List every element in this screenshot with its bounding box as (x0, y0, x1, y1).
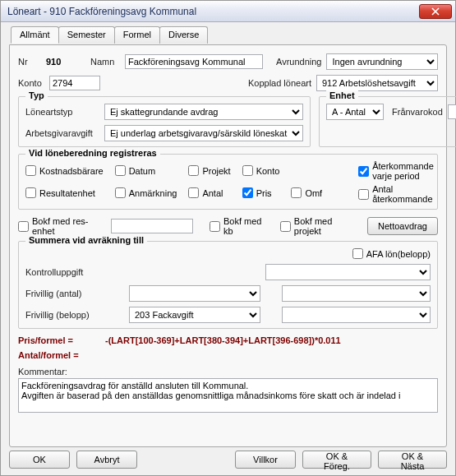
titlebar: Löneart - 910 Fackföreningsavg Kommunal (1, 1, 455, 22)
name-label: Namn (90, 57, 120, 67)
avrund-label: Avrundning (276, 57, 321, 67)
cb-aterkommande[interactable]: Återkommande varje period (358, 161, 434, 181)
villkor-button[interactable]: Villkor (235, 451, 296, 469)
close-button[interactable] (419, 4, 452, 19)
reg-group: Vid löneberedning registreras Kostnadsbä… (18, 154, 438, 210)
nettoavdrag-button[interactable]: Nettoavdrag (367, 217, 438, 235)
enhet-legend: Enhet (326, 90, 358, 100)
tab-allmant[interactable]: Allmänt (11, 26, 59, 44)
nr-value: 910 (46, 57, 76, 67)
window-body: Allmänt Semester Formel Diverse Nr 910 N… (1, 22, 455, 475)
kopplad-label: Kopplad löneart (248, 78, 311, 88)
enhet-select[interactable]: A - Antal (326, 104, 384, 120)
friv-belopp-select-2[interactable] (282, 307, 431, 323)
tab-content: Nr 910 Namn Avrundning Ingen avrundning … (9, 44, 447, 447)
cb-anmarkning[interactable]: Anmärkning (115, 183, 177, 202)
prisformel-value: -(LART[100-369]+LART[380-394]+LART[396-6… (105, 335, 341, 345)
friv-antal-select-1[interactable] (129, 285, 260, 302)
window: Löneart - 910 Fackföreningsavg Kommunal … (0, 0, 456, 476)
konto-label: Konto (18, 78, 44, 88)
franvaro-input[interactable] (448, 104, 456, 119)
avrund-select[interactable]: Ingen avrundning (326, 53, 438, 70)
bokf-row: Bokf med res-enhet Bokf med kb Bokf med … (18, 216, 438, 236)
cb-kostnadsbarare[interactable]: Kostnadsbärare (25, 161, 104, 180)
bokf-resenhet-input[interactable] (111, 219, 193, 233)
header-row-2: Konto Kopplad löneart 912 Arbetslöshetsa… (18, 75, 438, 91)
konto-input[interactable] (49, 76, 100, 90)
cb-resultatenhet[interactable]: Resultatenhet (25, 183, 104, 202)
cb-konto[interactable]: Konto (242, 161, 280, 180)
button-row: OK Avbryt Villkor OK & Föreg. OK & Nästa (9, 447, 447, 469)
window-title: Löneart - 910 Fackföreningsavg Kommunal (7, 6, 419, 17)
franvaro-label: Frånvarokod (392, 107, 443, 117)
arbgiv-select[interactable]: Ej underlag arbetsgivaravg/särskild löne… (104, 125, 303, 141)
reg-right: Återkommande varje period Antal återkomm… (358, 161, 434, 204)
tab-formel[interactable]: Formel (114, 26, 160, 44)
tab-bar: Allmänt Semester Formel Diverse (9, 25, 447, 43)
tab-diverse[interactable]: Diverse (159, 26, 208, 44)
reg-grid-left: Kostnadsbärare Datum Projekt Konto Resul… (25, 161, 334, 202)
ok-nasta-button[interactable]: OK & Nästa (378, 451, 447, 469)
friv-belopp-label: Frivillig (belopp) (25, 310, 124, 320)
ok-foreg-button[interactable]: OK & Föreg. (302, 451, 371, 469)
friv-antal-select-2[interactable] (282, 285, 431, 302)
friv-antal-label: Frivillig (antal) (25, 289, 124, 298)
cb-omf[interactable]: Omf (291, 183, 322, 202)
kontrolluppgift-select[interactable] (265, 264, 431, 280)
kontrolluppgift-label: Kontrolluppgift (25, 267, 124, 277)
arbgiv-label: Arbetsgivaravgift (25, 128, 99, 138)
summera-group: Summera vid avräkning till AFA lön(belop… (18, 241, 438, 329)
cb-antal-ater[interactable]: Antal återkommande (358, 184, 434, 204)
tab-semester[interactable]: Semester (58, 26, 115, 44)
loneartstyp-select[interactable]: Ej skattegrundande avdrag (104, 104, 303, 120)
friv-belopp-select-1[interactable]: 203 Fackavgift (129, 307, 260, 323)
reg-legend: Vid löneberedning registreras (25, 148, 160, 158)
kopplad-select[interactable]: 912 Arbetslöshetsavgift (316, 75, 438, 91)
comment-label: Kommentar: (18, 367, 438, 377)
enhet-group: Enhet A - Antal Frånvarokod (319, 96, 456, 147)
loneartstyp-label: Löneartstyp (25, 107, 99, 117)
antalformel-label: Antal/formel = (18, 350, 100, 360)
header-row-1: Nr 910 Namn Avrundning Ingen avrundning (18, 53, 438, 70)
typ-enhet-row: Typ Löneartstyp Ej skattegrundande avdra… (18, 96, 438, 154)
typ-group: Typ Löneartstyp Ej skattegrundande avdra… (18, 96, 311, 147)
nr-label: Nr (18, 57, 41, 67)
cb-datum[interactable]: Datum (115, 161, 177, 180)
ok-button[interactable]: OK (9, 451, 70, 469)
cb-bokf-projekt[interactable]: Bokf med projekt (280, 216, 357, 236)
summera-legend: Summera vid avräkning till (25, 235, 147, 245)
cb-antal[interactable]: Antal (188, 183, 230, 202)
cb-bokf-kb[interactable]: Bokf med kb (210, 216, 270, 236)
avbryt-button[interactable]: Avbryt (76, 451, 137, 469)
cb-afa[interactable]: AFA lön(belopp) (352, 248, 431, 259)
name-input[interactable] (125, 54, 263, 69)
cb-pris[interactable]: Pris (242, 183, 280, 202)
typ-legend: Typ (25, 90, 48, 100)
cb-bokf-resenhet[interactable]: Bokf med res-enhet (18, 216, 106, 236)
close-icon (431, 7, 440, 16)
prisformel-label: Pris/formel = (18, 335, 100, 345)
cb-projekt[interactable]: Projekt (188, 161, 230, 180)
comment-textarea[interactable]: Fackföreningsavdrag för anställd anslute… (18, 378, 438, 413)
